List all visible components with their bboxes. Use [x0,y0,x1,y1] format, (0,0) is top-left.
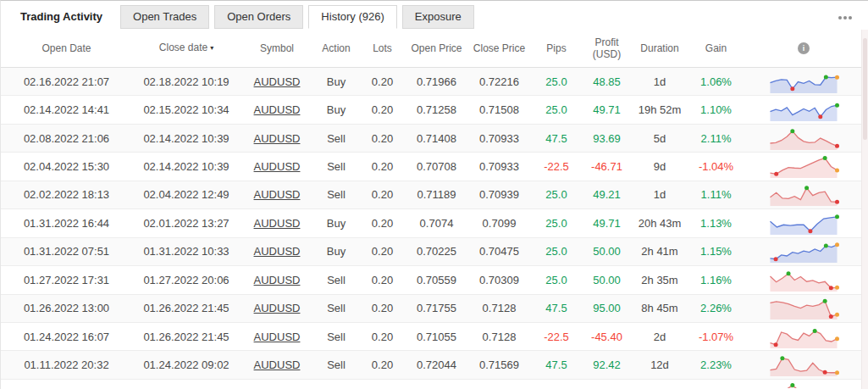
table-header: Open DateClose date▾SymbolActionLotsOpen… [1,29,868,68]
tab-open-orders[interactable]: Open Orders [214,5,303,29]
tab-trading-activity[interactable]: Trading Activity [8,5,115,29]
tab-history-926[interactable]: History (926) [308,5,396,29]
symbol-link[interactable]: AUDUSD [254,245,301,258]
column-header-profit[interactable]: Profit(USD) [582,36,632,60]
cell-open_date: 02.16.2022 21:07 [1,75,132,88]
red-marker-dot [835,200,839,204]
symbol-link[interactable]: AUDUSD [254,274,301,286]
cell-profit: 48.85 [582,75,632,88]
green-marker-dot [790,383,794,387]
column-header-symbol[interactable]: Symbol [240,42,313,54]
cell-chart [744,212,863,235]
symbol-link[interactable]: AUDUSD [254,132,301,145]
column-header-lots[interactable]: Lots [359,42,406,54]
cell-duration: 5d [632,132,688,145]
green-marker-dot [787,271,791,275]
cell-close_date: 01.31.2022 10:33 [132,245,240,258]
symbol-link[interactable]: AUDUSD [254,188,301,201]
cell-close_date: 01.26.2022 21:45 [132,302,240,314]
table-row: 01.11.2022 20:3201.24.2022 09:02AUDUSDSe… [1,351,868,379]
tab-exposure[interactable]: Exposure [402,5,474,29]
red-marker-dot [774,258,778,262]
orange-marker-dot [835,370,839,375]
cell-symbol: AUDUSD [240,245,313,258]
tab-open-trades[interactable]: Open Trades [120,5,209,29]
cell-close_price: 0.72216 [467,75,531,88]
symbol-link[interactable]: AUDUSD [254,103,301,116]
cell-action: Buy [313,245,359,258]
green-marker-dot [790,129,794,133]
cell-open_date: 01.31.2022 16:44 [1,217,132,230]
cell-pips: -22.5 [531,160,582,173]
table-row: 01.26.2022 13:0001.26.2022 21:45AUDUSDSe… [1,295,868,323]
sparkline-chart [768,212,839,235]
cell-chart [744,127,863,150]
trading-activity-widget: Trading ActivityOpen TradesOpen OrdersHi… [0,0,868,389]
cell-profit: 92.42 [582,358,632,371]
info-icon[interactable]: i [798,42,810,54]
column-header-close_date[interactable]: Close date▾ [132,42,240,54]
red-marker-dot [790,86,794,91]
cell-pips: 25.0 [531,245,582,258]
cell-duration: 12d [632,358,688,371]
cell-gain: 2.11% [688,132,744,145]
cell-duration: 2d [632,331,688,343]
cell-open_price: 0.70225 [406,245,467,258]
cell-duration: 9d [632,160,688,173]
cell-action: Sell [313,302,359,314]
cell-lots: 0.20 [359,217,406,230]
column-header-open_price[interactable]: Open Price [406,42,467,54]
cell-action: Sell [313,188,359,201]
table-body: 02.16.2022 21:0702.18.2022 10:19AUDUSDBu… [1,68,868,388]
cell-close_date: 02.15.2022 10:34 [132,103,240,116]
column-header-chart[interactable]: i [744,42,863,54]
cell-close_price: 0.70309 [467,274,531,286]
more-options-icon[interactable] [836,14,854,22]
symbol-link[interactable]: AUDUSD [254,217,301,230]
sparkline-chart [768,70,839,93]
red-marker-dot [835,143,839,147]
cell-gain: -1.07% [688,331,744,343]
cell-open_date: 01.31.2022 07:51 [1,245,132,258]
column-header-duration[interactable]: Duration [632,42,688,54]
column-header-open_date[interactable]: Open Date [1,42,132,54]
column-header-gain[interactable]: Gain [688,42,744,54]
cell-action: Buy [313,103,359,116]
scrollbar-thumb[interactable] [863,38,867,140]
cell-pips: -22.5 [531,331,582,343]
cell-gain: 1.13% [688,217,744,230]
symbol-link[interactable]: AUDUSD [254,358,301,371]
sparkline-chart [768,98,839,121]
orange-marker-dot [835,313,839,317]
cell-symbol: AUDUSD [240,188,313,201]
cell-chart [744,325,863,348]
vertical-scrollbar[interactable] [861,30,868,389]
cell-open_price: 0.7074 [406,217,467,230]
symbol-link[interactable]: AUDUSD [254,302,301,314]
red-marker-dot [829,286,833,290]
sort-desc-icon: ▾ [210,44,213,52]
cell-chart [744,155,863,178]
cell-profit: 93.69 [582,132,632,145]
table-row: 02.14.2022 14:4102.15.2022 10:34AUDUSDBu… [1,96,868,124]
green-marker-dot [824,244,828,248]
sparkline-chart [768,155,839,178]
cell-duration: 8h 45m [632,302,688,314]
column-header-close_price[interactable]: Close Price [467,42,531,54]
symbol-link[interactable]: AUDUSD [254,75,301,88]
table-row: 02.02.2022 18:1302.04.2022 12:49AUDUSDSe… [1,181,868,209]
cell-open_price: 0.72044 [406,358,467,371]
cell-gain: 1.11% [688,188,744,201]
tab-bar: Trading ActivityOpen TradesOpen OrdersHi… [1,1,868,29]
symbol-link[interactable]: AUDUSD [254,331,301,343]
column-header-pips[interactable]: Pips [531,42,582,54]
cell-close_date: 02.01.2022 13:27 [132,217,240,230]
red-marker-dot [818,115,822,119]
cell-open_date: 02.08.2022 21:06 [1,132,132,145]
cell-close_date: 01.26.2022 21:45 [132,331,240,343]
cell-open_price: 0.71055 [406,331,467,343]
table-row: 01.27.2022 17:3101.27.2022 20:06AUDUSDSe… [1,266,868,294]
column-header-action[interactable]: Action [313,42,359,54]
symbol-link[interactable]: AUDUSD [254,160,301,173]
cell-action: Buy [313,217,359,230]
